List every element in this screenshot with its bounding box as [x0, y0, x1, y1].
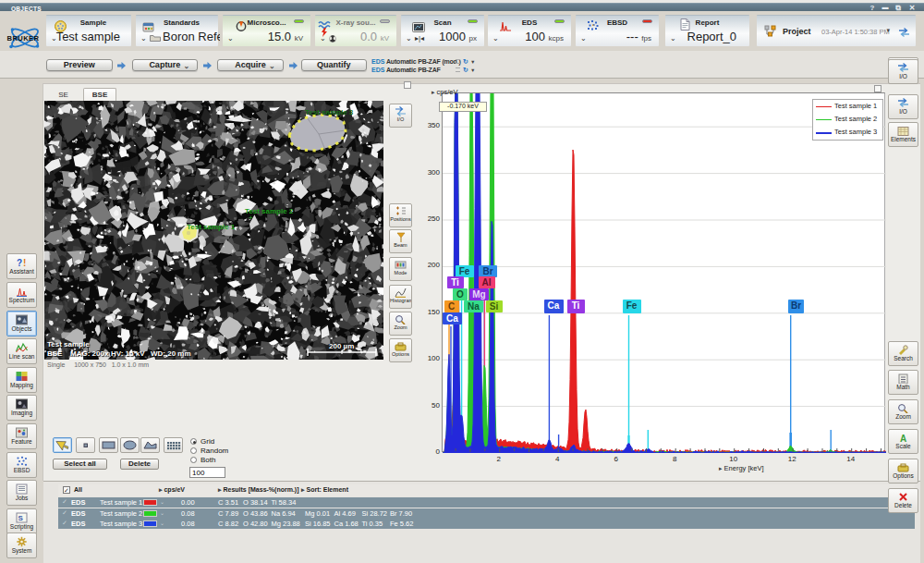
svg-text:S: S: [18, 514, 24, 522]
svg-text:Test sample 1: Test sample 1: [187, 223, 236, 231]
svg-text:A: A: [900, 434, 906, 443]
svg-text:!: !: [23, 258, 26, 268]
svg-text:BRUKER: BRUKER: [7, 34, 40, 43]
svg-text:+: +: [249, 214, 253, 222]
svg-text:Test sample 3: Test sample 3: [305, 108, 354, 116]
svg-text:?: ?: [17, 258, 22, 268]
